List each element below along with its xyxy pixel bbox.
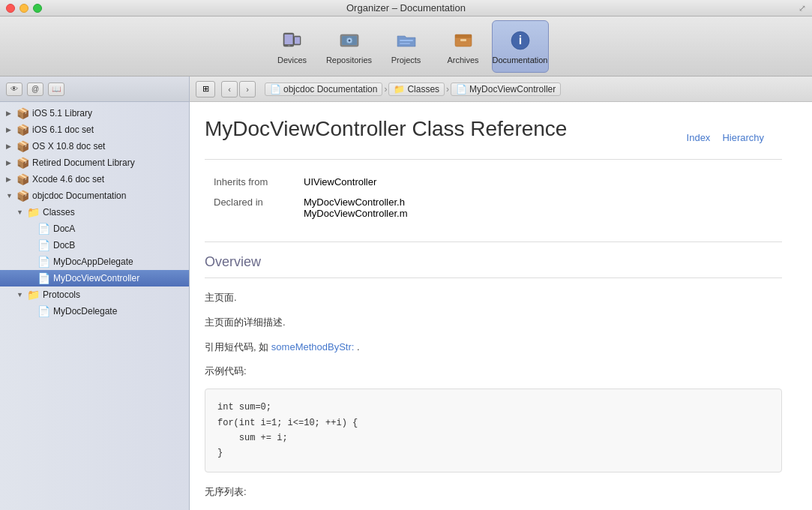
hierarchy-link[interactable]: Hierarchy bbox=[722, 132, 764, 143]
label-mydocviewcontroller: MyDocViewController bbox=[53, 273, 139, 284]
label-docb: DocB bbox=[53, 240, 75, 250]
sidebar-item-ios61[interactable]: ▶ 📦 iOS 6.1 doc set bbox=[0, 122, 189, 138]
label-osx108: OS X 10.8 doc set bbox=[32, 141, 105, 152]
file-icon-docb: 📄 bbox=[37, 239, 50, 251]
toggle-objcdoc: ▼ bbox=[6, 192, 16, 200]
code-line-3: sum += i; bbox=[217, 430, 769, 446]
meta-declared-label: Declared in bbox=[205, 192, 295, 224]
toolbar-repositories[interactable]: Repositories bbox=[321, 20, 378, 73]
folder-icon-objcdoc: 📦 bbox=[16, 190, 29, 202]
label-ios51: iOS 5.1 Library bbox=[32, 108, 92, 118]
sidebar-item-docb[interactable]: 📄 DocB bbox=[0, 237, 189, 254]
toggle-xcode46: ▶ bbox=[6, 176, 16, 183]
sidebar-item-protocols[interactable]: ▼ 📁 Protocols bbox=[0, 286, 189, 303]
close-button[interactable] bbox=[6, 4, 15, 13]
folder-icon-ios61: 📦 bbox=[16, 124, 29, 136]
sidebar-item-objcdoc[interactable]: ▼ 📦 objcdoc Documentation bbox=[0, 188, 189, 204]
folder-icon-ios51: 📦 bbox=[16, 107, 29, 119]
breadcrumb-myvc-icon: 📄 bbox=[456, 84, 467, 94]
file-icon-doca: 📄 bbox=[37, 223, 50, 235]
sidebar-item-doca[interactable]: 📄 DocA bbox=[0, 220, 189, 237]
folder-icon-protocols: 📁 bbox=[27, 289, 40, 301]
svg-point-8 bbox=[348, 39, 350, 41]
toggle-classes: ▼ bbox=[16, 208, 27, 216]
toolbar-projects[interactable]: Projects bbox=[378, 20, 435, 73]
sidebar-item-classes[interactable]: ▼ 📁 Classes bbox=[0, 204, 189, 220]
doc-content: MyDocViewController Class Reference Inde… bbox=[190, 102, 812, 510]
at-button[interactable]: @ bbox=[27, 82, 43, 96]
folder-icon-classes: 📁 bbox=[27, 206, 40, 218]
meta-bottom-divider bbox=[205, 242, 782, 242]
nav-forward-button[interactable]: › bbox=[239, 81, 256, 98]
some-method-link[interactable]: someMethodByStr: bbox=[271, 341, 355, 352]
meta-inherits-row: Inherits from UIViewController bbox=[205, 172, 416, 192]
folder-icon-osx108: 📦 bbox=[16, 140, 29, 152]
resize-icon[interactable]: ⤢ bbox=[799, 3, 806, 14]
eye-button[interactable]: 👁 bbox=[6, 82, 22, 96]
breadcrumb-mydocviewcontroller[interactable]: 📄 MyDocViewController bbox=[451, 82, 561, 96]
sidebar-item-xcode46[interactable]: ▶ 📦 Xcode 4.6 doc set bbox=[0, 171, 189, 188]
sidebar-item-mydocviewcontroller[interactable]: 📄 MyDocViewController bbox=[0, 270, 189, 286]
breadcrumb-sep-1: › bbox=[384, 84, 387, 94]
declared-file-1: MyDocViewController.h bbox=[304, 196, 407, 208]
overview-title: Overview bbox=[205, 254, 782, 270]
toggle-osx108: ▶ bbox=[6, 142, 16, 150]
label-doca: DocA bbox=[53, 224, 75, 234]
label-mydocappdelegate: MyDocAppDelegate bbox=[53, 256, 133, 267]
sidebar-item-ios51[interactable]: ▶ 📦 iOS 5.1 Library bbox=[0, 105, 189, 122]
svg-rect-12 bbox=[455, 34, 472, 38]
devices-icon bbox=[280, 28, 304, 52]
svg-rect-1 bbox=[284, 34, 292, 44]
code-line-4: } bbox=[217, 446, 769, 460]
file-icon-mydocdelegate: 📄 bbox=[37, 305, 50, 317]
svg-rect-10 bbox=[400, 43, 410, 44]
file-icon-mydocappdelegate: 📄 bbox=[37, 256, 50, 268]
sidebar-item-mydocappdelegate[interactable]: 📄 MyDocAppDelegate bbox=[0, 254, 189, 270]
label-retired: Retired Document Library bbox=[32, 158, 135, 168]
breadcrumb-myvc-label: MyDocViewController bbox=[469, 84, 556, 94]
archives-icon bbox=[451, 28, 475, 52]
sidebar-tree: ▶ 📦 iOS 5.1 Library ▶ 📦 iOS 6.1 doc set … bbox=[0, 102, 189, 510]
maximize-button[interactable] bbox=[33, 4, 42, 13]
toolbar: Devices Repositories Projects Archives bbox=[0, 16, 812, 76]
example-label: 示例代码: bbox=[205, 364, 782, 380]
meta-table: Inherits from UIViewController Declared … bbox=[205, 172, 416, 224]
breadcrumb-objcdoc-label: objcdoc Documentation bbox=[283, 84, 377, 94]
main-layout: 👁 @ 📖 ▶ 📦 iOS 5.1 Library ▶ 📦 iOS 6.1 do… bbox=[0, 76, 812, 510]
repositories-label: Repositories bbox=[326, 56, 372, 64]
projects-label: Projects bbox=[391, 56, 421, 64]
doc-header-links: Index Hierarchy bbox=[687, 132, 764, 143]
grid-view-button[interactable]: ⊞ bbox=[196, 81, 215, 98]
book-button[interactable]: 📖 bbox=[48, 82, 64, 96]
repositories-icon bbox=[337, 28, 361, 52]
breadcrumb-nav: ‹ › bbox=[221, 81, 256, 98]
overview-para-2: 主页面的详细描述. bbox=[205, 315, 782, 331]
sidebar-item-osx108[interactable]: ▶ 📦 OS X 10.8 doc set bbox=[0, 138, 189, 154]
meta-inherits-label: Inherits from bbox=[205, 172, 295, 192]
sidebar-item-mydocdelegate[interactable]: 📄 MyDocDelegate bbox=[0, 303, 189, 320]
toolbar-archives[interactable]: Archives bbox=[435, 20, 492, 73]
minimize-button[interactable] bbox=[19, 4, 28, 13]
label-objcdoc: objcdoc Documentation bbox=[32, 190, 126, 201]
folder-icon-retired: 📦 bbox=[16, 157, 29, 169]
meta-inherits-value: UIViewController bbox=[295, 172, 416, 192]
breadcrumb-items: 📄 objcdoc Documentation › 📁 Classes › 📄 … bbox=[265, 82, 561, 96]
sidebar-item-retired[interactable]: ▶ 📦 Retired Document Library bbox=[0, 154, 189, 171]
projects-icon bbox=[394, 28, 418, 52]
breadcrumb-sep-2: › bbox=[446, 84, 449, 94]
breadcrumb-objcdoc[interactable]: 📄 objcdoc Documentation bbox=[265, 82, 382, 96]
breadcrumb-classes[interactable]: 📁 Classes bbox=[388, 82, 445, 96]
label-mydocdelegate: MyDocDelegate bbox=[53, 306, 117, 316]
breadcrumb-classes-icon: 📁 bbox=[394, 84, 405, 94]
documentation-icon: i bbox=[508, 28, 532, 52]
index-link[interactable]: Index bbox=[687, 132, 711, 143]
toolbar-devices[interactable]: Devices bbox=[264, 20, 321, 73]
nav-back-button[interactable]: ‹ bbox=[221, 81, 238, 98]
meta-top-divider bbox=[205, 159, 782, 160]
file-icon-mydocviewcontroller: 📄 bbox=[37, 272, 50, 284]
meta-declared-row: Declared in MyDocViewController.h MyDocV… bbox=[205, 192, 416, 224]
toggle-protocols: ▼ bbox=[16, 291, 27, 298]
label-protocols: Protocols bbox=[43, 290, 80, 300]
toolbar-documentation[interactable]: i Documentation bbox=[492, 20, 549, 73]
titlebar: Organizer – Documentation ⤢ bbox=[0, 0, 812, 16]
